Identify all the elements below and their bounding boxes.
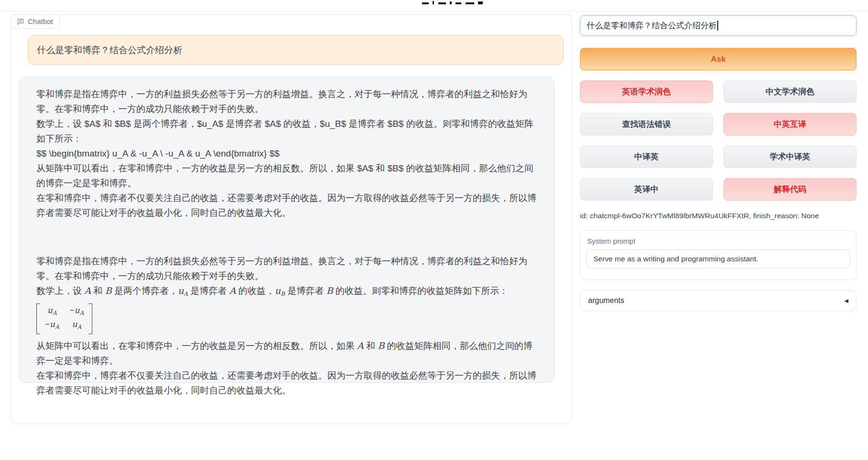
quick-button-chinese-academic-polish[interactable]: 中文学术润色 [723, 80, 857, 103]
payoff-matrix: uA −uA −uA uA [36, 303, 92, 334]
chatbot-label-text: Chatbot [28, 17, 53, 25]
arguments-accordion-label: arguments [588, 296, 624, 305]
quick-button-academic-zh-to-en[interactable]: 学术中译英 [723, 146, 857, 168]
bot-message-raw-markdown: 零和博弈是指在博弈中，一方的利益损失必然等于另一方的利益增益。换言之，对于每一种… [36, 87, 537, 220]
bot-raw-paragraph: 从矩阵中可以看出，在零和博弈中，一方的收益是另一方的相反数。所以，如果 $A$ … [36, 161, 537, 191]
math-var: u [178, 285, 184, 296]
math-var: B [326, 285, 333, 296]
bot-raw-paragraph: 零和博弈是指在博弈中，一方的利益损失必然等于另一方的利益增益。换言之，对于每一种… [36, 87, 537, 116]
text-cursor [717, 21, 718, 31]
bot-rendered-paragraph: 从矩阵中可以看出，在零和博弈中，一方的收益是另一方的相反数。所以，如果 A 和 … [36, 338, 537, 368]
math-var: B [378, 340, 385, 351]
accordion-collapsed-arrow-icon: ◀ [845, 298, 848, 304]
matrix-right-bracket [89, 303, 92, 334]
system-prompt-label: System prompt [587, 237, 850, 245]
top-divider [0, 11, 868, 11]
system-prompt-value: Serve me as a writing and programming as… [593, 255, 758, 263]
bot-rendered-math-paragraph: 数学上，设 A 和 B 是两个博弈者，uA 是博弈者 A 的收益，uB 是博弈者… [36, 283, 537, 302]
math-var: A [357, 340, 364, 351]
quick-button-explain-code[interactable]: 解释代码 [723, 178, 857, 201]
bot-message-rendered: 零和博弈是指在博弈中，一方的利益损失必然等于另一方的利益增益。换言之，对于每一种… [36, 254, 537, 398]
bot-raw-paragraph: 数学上，设 $A$ 和 $B$ 是两个博弈者，$u_A$ 是博弈者 $A$ 的收… [36, 116, 537, 146]
chat-bubble-icon [17, 18, 24, 25]
bot-raw-latex-line: $$ \begin{bmatrix} u_A & -u_A \ -u_A & u… [36, 146, 537, 161]
bot-rendered-paragraph: 在零和博弈中，博弈者不仅要关注自己的收益，还需要考虑对手的收益。因为一方取得的收… [36, 368, 537, 398]
matrix-cell: −uA [70, 305, 84, 318]
chatbot-panel: Chatbot 什么是零和博弈？结合公式介绍分析 零和博弈是指在博弈中，一方的利… [11, 14, 572, 424]
quick-button-find-grammar-errors[interactable]: 查找语法错误 [580, 113, 713, 135]
quick-button-english-academic-polish[interactable]: 英语学术润色 [580, 80, 713, 103]
bot-rendered-paragraph: 零和博弈是指在博弈中，一方的利益损失必然等于另一方的利益增益。换言之，对于每一种… [36, 254, 537, 283]
math-var: A [229, 285, 236, 296]
matrix-left-bracket [36, 303, 40, 334]
math-var: A [84, 285, 91, 296]
quick-button-en-to-zh[interactable]: 英译中 [580, 178, 713, 201]
matrix-cell: uA [45, 305, 59, 318]
ask-button[interactable]: Ask [580, 48, 857, 70]
matrix-cell: −uA [45, 319, 59, 332]
prompt-input-value: 什么是零和博弈？结合公式介绍分析 [587, 20, 717, 31]
completion-status-line: id: chatcmpl-6wOo7KrYTwMl89lbrMWRu4UkFFX… [580, 212, 857, 220]
math-var: u [275, 285, 280, 296]
arguments-accordion[interactable]: arguments ◀ [580, 290, 857, 311]
bot-message-bubble: 零和博弈是指在博弈中，一方的利益损失必然等于另一方的利益增益。换言之，对于每一种… [19, 77, 555, 383]
prompt-input[interactable]: 什么是零和博弈？结合公式介绍分析 [580, 15, 857, 36]
bot-raw-paragraph: 在零和博弈中，博弈者不仅要关注自己的收益，还需要考虑对手的收益。因为一方取得的收… [36, 191, 537, 220]
matrix-cell: uA [70, 319, 84, 332]
system-prompt-group: System prompt Serve me as a writing and … [580, 230, 857, 280]
clipped-page-title [420, 0, 487, 4]
quick-button-zh-en-mutual-translate[interactable]: 中英互译 [723, 113, 857, 135]
quick-button-zh-to-en[interactable]: 中译英 [580, 146, 713, 168]
math-var: B [105, 285, 112, 296]
user-message-text: 什么是零和博弈？结合公式介绍分析 [37, 43, 182, 57]
system-prompt-input[interactable]: Serve me as a writing and programming as… [586, 249, 850, 269]
user-message-bubble: 什么是零和博弈？结合公式介绍分析 [28, 35, 564, 65]
chatbot-label: Chatbot [11, 15, 60, 29]
